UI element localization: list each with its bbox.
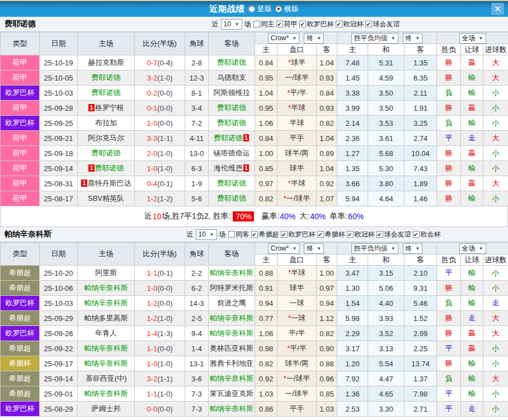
team-link[interactable]: 奥林匹亚科斯 <box>210 344 253 352</box>
same-venue-checkbox[interactable]: 同主 <box>253 20 275 29</box>
goals-result-cell: 小 <box>483 386 508 402</box>
team-link[interactable]: 鹿特丹斯巴达 <box>88 179 131 187</box>
col-score: 比分(半场) <box>135 32 185 55</box>
team-link[interactable]: 帕纳辛奈科斯 <box>210 374 253 383</box>
home-team-cell: 1费耶诺德 <box>78 161 135 176</box>
league-filter-checkbox[interactable]: ✔希腊杯 <box>317 230 345 239</box>
league-badge: 希腊杯 <box>1 356 40 371</box>
team-link[interactable]: 莱瓦迪亚克斯 <box>210 389 253 398</box>
team-link[interactable]: 费耶诺德 <box>214 134 243 142</box>
popup-title: 近期战绩 <box>209 4 245 15</box>
team-link[interactable]: 费耶诺德 <box>217 119 246 127</box>
result-cell: 勝 <box>437 101 461 116</box>
team-link[interactable]: 雅典卡利地亚 <box>210 359 253 367</box>
league-filter-checkbox[interactable]: ✔欧罗巴杯 <box>281 230 316 239</box>
match-count-select[interactable]: 10▼ <box>221 19 242 30</box>
odds-source-select[interactable]: Crow*▼ <box>268 243 300 254</box>
close-button[interactable]: ✕ <box>491 3 504 15</box>
home-team-cell: 1鹿特丹斯巴达 <box>78 176 135 191</box>
team-link[interactable]: 帕纳辛奈科斯 <box>84 389 128 398</box>
scope-select[interactable]: 全场▼ <box>459 243 486 254</box>
team-link[interactable]: 费耶诺德 <box>217 58 246 67</box>
team-link[interactable]: 阿里斯 <box>95 268 117 277</box>
league-filter-checkbox[interactable]: ✔欧冠杯 <box>347 230 375 239</box>
team-link[interactable]: 费耶诺德 <box>217 103 246 112</box>
team-link[interactable]: 帕纳辛奈科斯 <box>84 344 128 352</box>
col-handicap: 盘口 <box>277 254 317 266</box>
layout-radio-vertical[interactable]: 竖版 <box>248 4 272 14</box>
team-link[interactable]: 阿斯顿维拉 <box>214 88 250 97</box>
team-link[interactable]: 费耶诺德 <box>92 149 121 157</box>
team-name: 费耶诺德 <box>4 19 36 29</box>
mean-stage-select[interactable]: 终▼ <box>403 243 423 254</box>
cover-result-cell: 贏 <box>461 55 483 70</box>
mean-away-cell: 7.43 <box>404 161 437 176</box>
mean-home-cell: 1.30 <box>337 281 368 296</box>
league-filter-checkbox[interactable]: ✔荷甲 <box>276 20 298 29</box>
match-row: 欧罗巴杯25-10-03费耶诺德0-2(0-0)8-1阿斯顿维拉1.04*平/半… <box>1 86 508 101</box>
team-link[interactable]: 乌德勒支 <box>217 73 246 82</box>
team-link[interactable]: 布拉加 <box>95 119 117 127</box>
league-filter-checkbox[interactable]: ✔球会友谊 <box>365 20 400 29</box>
layout-radio-horizontal[interactable]: 横版 <box>275 4 299 14</box>
score-cell: 1-1(1-0) <box>135 386 185 402</box>
team-link[interactable]: 费耶诺德 <box>92 73 121 82</box>
team-link[interactable]: 帕纳辛奈科斯 <box>210 404 253 413</box>
team-link[interactable]: 赫拉克勒斯 <box>88 58 124 67</box>
team-link[interactable]: 帕纳辛奈科斯 <box>84 284 128 292</box>
checkbox-checked-icon: ✔ <box>299 21 306 27</box>
team-link[interactable]: 阿特罗米托斯 <box>210 284 253 292</box>
odds-stage-select[interactable]: 终▼ <box>304 243 324 254</box>
league-filter-checkbox[interactable]: ✔欧罗巴杯 <box>299 20 334 29</box>
team-link[interactable]: 帕纳辛奈科斯 <box>84 359 128 367</box>
match-count-select[interactable]: 10▼ <box>196 229 217 240</box>
mean-stage-select[interactable]: 终▼ <box>403 33 423 44</box>
team-link[interactable]: 年青人 <box>95 329 117 337</box>
team-link[interactable]: 费耶诺德 <box>92 88 121 97</box>
team-link[interactable]: 格罗宁根 <box>95 103 124 112</box>
league-badge: 荷甲 <box>1 55 40 70</box>
mean-type-select[interactable]: 胜平负均值▼ <box>351 243 398 254</box>
league-badge: 希腊超 <box>1 281 40 296</box>
mean-type-select[interactable]: 胜平负均值▼ <box>351 33 398 44</box>
team-link[interactable]: 费耶诺德 <box>217 179 246 187</box>
team-link[interactable]: 锡塔德命运 <box>214 149 250 157</box>
mean-home-cell: 2.29 <box>337 326 368 341</box>
match-row: 欧罗巴杯25-10-03帕纳辛奈科斯1-2(0-0)14-3前进之鹰0.94一球… <box>1 296 508 311</box>
scope-select[interactable]: 全场▼ <box>459 33 486 44</box>
handicap-cell: *一/球半 <box>277 371 317 386</box>
team-link[interactable]: 费耶诺德 <box>95 164 124 172</box>
team-link[interactable]: SBV精英队 <box>88 194 124 202</box>
result-cell: 平 <box>437 386 461 402</box>
team-link[interactable]: 帕纳辛奈科斯 <box>84 299 128 307</box>
league-filter-checkbox[interactable]: ✔欧会杯 <box>413 230 441 239</box>
team-link[interactable]: 帕纳辛奈科斯 <box>210 268 253 277</box>
team-link[interactable]: 费耶诺德 <box>217 194 246 202</box>
radio-checked-icon[interactable] <box>275 6 282 12</box>
league-filter-checkbox[interactable]: ✔欧冠杯 <box>336 20 364 29</box>
radio-icon[interactable] <box>248 6 255 12</box>
league-filter-checkbox[interactable]: ✔希腊超 <box>251 230 279 239</box>
same-venue-checkbox[interactable]: 同客 <box>228 230 250 239</box>
result-cell: 勝 <box>437 191 461 206</box>
league-filter-checkbox[interactable]: ✔球会友谊 <box>377 230 411 239</box>
team-link[interactable]: 萨姆士邦 <box>92 404 121 413</box>
home-odds-cell: 0.82 <box>255 191 277 206</box>
team-link[interactable]: 阿尔克马尔 <box>88 134 124 142</box>
team-link[interactable]: 帕纳辛奈科斯 <box>210 329 253 337</box>
odds-source-select[interactable]: Crow*▼ <box>268 33 300 44</box>
team-link[interactable]: 前进之鹰 <box>217 299 246 307</box>
mean-draw-cell: 4.47 <box>368 371 404 386</box>
team-link[interactable]: 帕纳辛奈科斯 <box>210 314 253 322</box>
cover-result-cell: 輸 <box>461 116 483 131</box>
team-link[interactable]: 帕纳多里高斯 <box>84 314 128 322</box>
team-link[interactable]: 海伦维恩 <box>214 164 243 172</box>
home-odds-cell: 0.82 <box>255 356 277 371</box>
odds-stage-select[interactable]: 终▼ <box>304 33 324 44</box>
corner-cell: 14-3 <box>185 296 209 311</box>
team-link[interactable]: 基菲西亚(中) <box>86 374 127 383</box>
chevron-down-icon: ▼ <box>292 246 297 251</box>
red-card-badge: 1 <box>81 180 87 187</box>
cover-result-cell: 走 <box>461 402 483 417</box>
col-handicap: 盘口 <box>277 44 317 55</box>
